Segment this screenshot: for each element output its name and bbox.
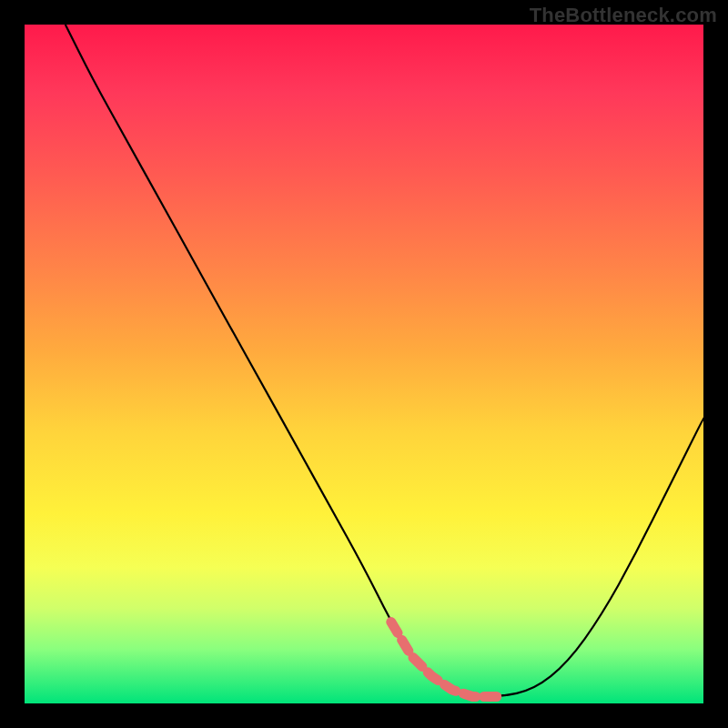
plot-area xyxy=(25,25,703,703)
curve-path xyxy=(66,25,703,697)
curve-highlight xyxy=(391,622,500,697)
chart-frame: TheBottleneck.com xyxy=(0,0,728,728)
bottleneck-curve xyxy=(25,25,703,703)
